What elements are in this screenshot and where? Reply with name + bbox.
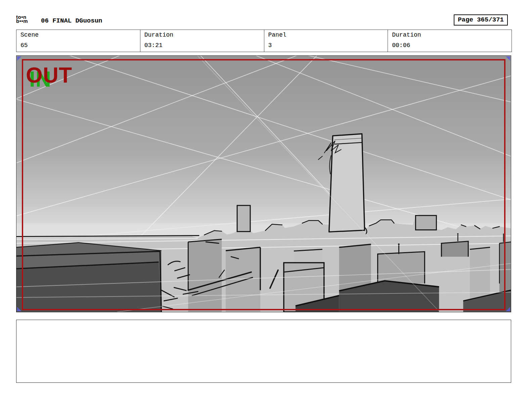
meta-cell-panel: Panel 3 xyxy=(264,30,388,52)
scene-label: Scene xyxy=(20,32,136,39)
metadata-row: Scene 65 Duration 03:21 Panel 3 Duration… xyxy=(16,30,512,52)
meta-cell-scene: Scene 65 xyxy=(16,30,140,52)
meta-cell-panel-duration: Duration 00:06 xyxy=(388,30,512,52)
panel-label: Panel xyxy=(268,32,384,39)
camera-corner-marker-bottom-left xyxy=(17,307,21,311)
scene-value: 65 xyxy=(20,42,136,49)
panel-duration-label: Duration xyxy=(392,32,507,39)
out-label: OUT xyxy=(26,64,72,86)
toonboom-logo: to•n b••m xyxy=(16,15,28,24)
caption-box xyxy=(16,320,511,383)
storyboard-panel: IN OUT xyxy=(16,55,511,312)
page-indicator: Page 365/371 xyxy=(454,14,508,26)
camera-corner-marker-top-right xyxy=(506,56,510,61)
scene-duration-label: Duration xyxy=(144,32,260,39)
camera-corner-marker-top-left xyxy=(17,56,21,61)
storyboard-page: to•n b••m 06 FINAL DGuosun Page 365/371 … xyxy=(0,0,532,411)
document-title: 06 FINAL DGuosun xyxy=(41,17,102,25)
page-header: to•n b••m 06 FINAL DGuosun Page 365/371 xyxy=(16,15,508,28)
panel-value: 3 xyxy=(268,42,384,49)
meta-cell-scene-duration: Duration 03:21 xyxy=(140,30,264,52)
camera-corner-marker-bottom-right xyxy=(506,307,510,311)
in-out-labels: IN OUT xyxy=(26,64,113,98)
panel-duration-value: 00:06 xyxy=(392,42,507,49)
toonboom-logo-line2: b••m xyxy=(16,19,28,23)
scene-duration-value: 03:21 xyxy=(144,42,260,49)
